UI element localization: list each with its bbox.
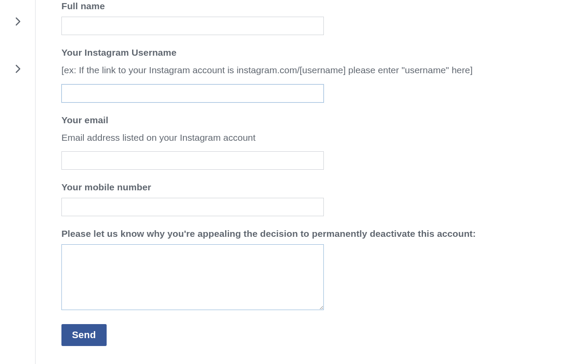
chevron-right-icon[interactable] (15, 17, 21, 29)
mobile-input[interactable] (61, 198, 324, 216)
reason-textarea[interactable] (61, 244, 324, 310)
reason-label: Please let us know why you're appealing … (61, 228, 579, 239)
full-name-label: Full name (61, 1, 579, 11)
username-label: Your Instagram Username (61, 47, 579, 58)
email-input[interactable] (61, 151, 324, 170)
chevron-right-icon[interactable] (15, 64, 21, 76)
full-name-input[interactable] (61, 17, 324, 35)
email-label: Your email (61, 115, 579, 125)
sidebar (0, 0, 35, 364)
username-field-group: Your Instagram Username [ex: If the link… (61, 47, 579, 103)
vertical-divider (35, 0, 36, 364)
reason-field-group: Please let us know why you're appealing … (61, 228, 579, 312)
send-button[interactable]: Send (61, 324, 107, 346)
full-name-field-group: Full name (61, 1, 579, 35)
email-hint: Email address listed on your Instagram a… (61, 131, 579, 145)
username-hint: [ex: If the link to your Instagram accou… (61, 63, 579, 77)
appeal-form: Full name Your Instagram Username [ex: I… (61, 1, 579, 346)
mobile-label: Your mobile number (61, 182, 579, 193)
email-field-group: Your email Email address listed on your … (61, 115, 579, 170)
username-input[interactable] (61, 84, 324, 103)
mobile-field-group: Your mobile number (61, 182, 579, 216)
